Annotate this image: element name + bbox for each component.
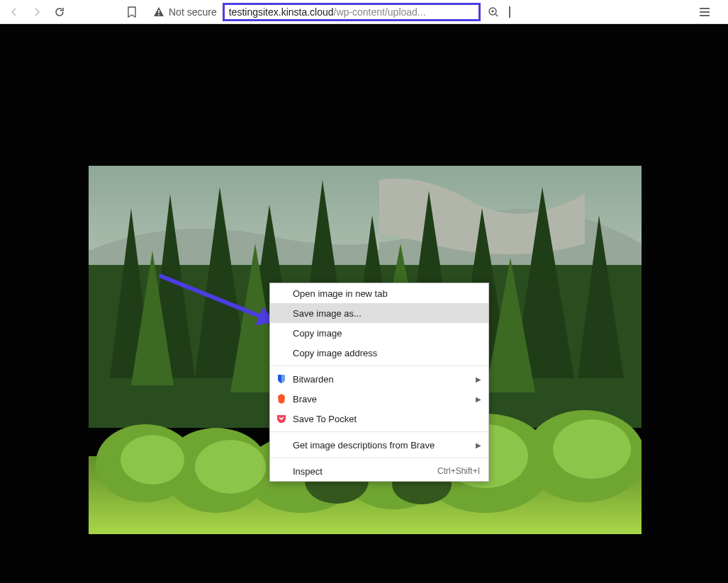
ctx-inspect[interactable]: Inspect Ctrl+Shift+I bbox=[270, 461, 488, 481]
ctx-item-label: Copy image bbox=[293, 328, 342, 339]
ctx-item-label: Copy image address bbox=[293, 348, 377, 358]
address-bar[interactable]: Not secure testingsitex.kinsta.cloud/wp-… bbox=[145, 1, 513, 23]
ctx-item-2[interactable]: Copy image bbox=[270, 323, 488, 343]
url-highlight: testingsitex.kinsta.cloud/wp-content/upl… bbox=[223, 3, 481, 21]
ctx-item-label: Open image in new tab bbox=[293, 288, 388, 299]
ctx-item-label: Save To Pocket bbox=[293, 414, 357, 424]
ctx-item-label: Brave bbox=[293, 394, 317, 404]
forward-button[interactable] bbox=[27, 2, 47, 22]
submenu-arrow-icon: ▶ bbox=[476, 395, 481, 403]
svg-line-3 bbox=[495, 14, 498, 16]
bitwarden-icon bbox=[276, 373, 287, 385]
bookmark-button[interactable] bbox=[122, 2, 142, 22]
ctx-ext-brave[interactable]: Brave▶ bbox=[270, 389, 488, 409]
svg-point-19 bbox=[195, 440, 266, 494]
security-label: Not secure bbox=[169, 6, 217, 18]
svg-rect-1 bbox=[158, 14, 159, 16]
security-indicator[interactable]: Not secure bbox=[147, 6, 223, 18]
menu-separator bbox=[270, 458, 488, 458]
ctx-item-label: Save image as... bbox=[293, 308, 362, 319]
ctx-ext-pocket[interactable]: Save To Pocket bbox=[270, 409, 488, 429]
menu-separator bbox=[270, 366, 488, 366]
brave-icon bbox=[276, 393, 287, 404]
ctx-ext-bitwarden[interactable]: Bitwarden▶ bbox=[270, 369, 488, 389]
ctx-item-0[interactable]: Open image in new tab bbox=[270, 283, 488, 303]
url-host: testingsitex.kinsta.cloud bbox=[229, 6, 334, 18]
context-menu: Open image in new tabSave image as...Cop… bbox=[269, 283, 489, 482]
warning-icon bbox=[153, 6, 164, 18]
menu-separator bbox=[270, 431, 488, 432]
ctx-item-label: Get image descriptions from Brave bbox=[293, 440, 435, 451]
ctx-item-1[interactable]: Save image as... bbox=[270, 303, 488, 323]
reload-button[interactable] bbox=[50, 2, 69, 22]
submenu-arrow-icon: ▶ bbox=[476, 441, 481, 449]
pocket-icon bbox=[276, 413, 287, 424]
ctx-item-shortcut: Ctrl+Shift+I bbox=[437, 466, 480, 476]
submenu-arrow-icon: ▶ bbox=[476, 375, 481, 383]
svg-rect-0 bbox=[158, 10, 159, 13]
zoom-button[interactable] bbox=[483, 2, 503, 22]
ctx-more-0[interactable]: Get image descriptions from Brave▶ bbox=[270, 435, 488, 455]
url-path: /wp-content/upload... bbox=[334, 6, 426, 18]
svg-point-18 bbox=[121, 435, 184, 485]
ctx-item-3[interactable]: Copy image address bbox=[270, 343, 488, 363]
svg-point-21 bbox=[553, 419, 631, 479]
ctx-item-label: Bitwarden bbox=[293, 374, 334, 385]
text-cursor bbox=[509, 6, 510, 18]
back-button[interactable] bbox=[4, 2, 24, 22]
menu-button[interactable] bbox=[695, 2, 715, 22]
browser-toolbar: Not secure testingsitex.kinsta.cloud/wp-… bbox=[0, 0, 728, 24]
ctx-item-label: Inspect bbox=[293, 466, 323, 477]
page-viewport: Open image in new tabSave image as...Cop… bbox=[0, 24, 728, 583]
